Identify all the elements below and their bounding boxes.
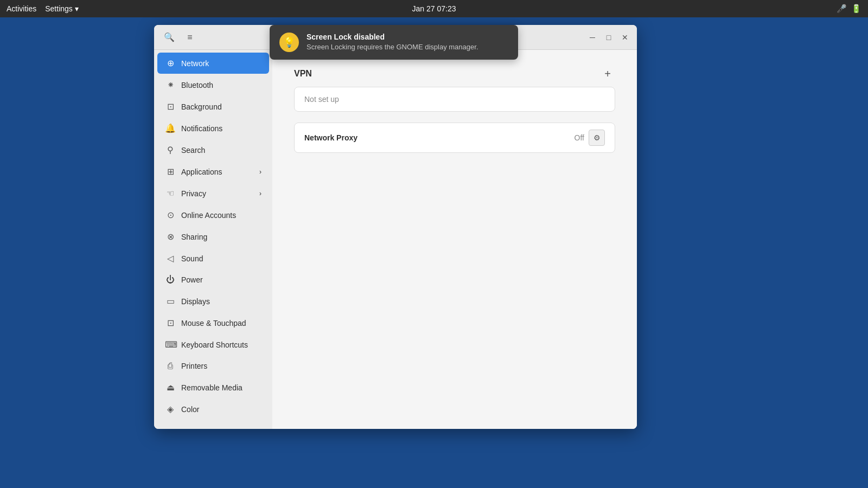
sidebar-label: Printers <box>181 362 207 370</box>
sidebar-item-color[interactable]: ◈Color <box>157 399 269 420</box>
maximize-button[interactable]: □ <box>601 30 616 45</box>
topbar-left: Activities Settings ▾ <box>7 4 79 13</box>
sidebar-item-keyboard-shortcuts[interactable]: ⌨Keyboard Shortcuts <box>157 334 269 355</box>
sidebar-icon-online-accounts: ⊙ <box>165 210 176 220</box>
settings-menu-arrow: ▾ <box>75 4 79 13</box>
sidebar: ⊕Network⁕Bluetooth⊡Background🔔Notificati… <box>154 50 272 429</box>
sidebar-item-sound[interactable]: ◁Sound <box>157 248 269 269</box>
sidebar-label: Keyboard Shortcuts <box>181 341 248 349</box>
sidebar-label: Bluetooth <box>181 81 213 89</box>
vpn-title: VPN <box>294 69 312 79</box>
sidebar-icon-bluetooth: ⁕ <box>165 80 176 90</box>
topbar: Activities Settings ▾ Jan 27 07:23 🎤 🔋 <box>0 0 868 17</box>
notification-body: Screen Locking requires the GNOME displa… <box>307 43 478 51</box>
sidebar-label: Search <box>181 146 205 155</box>
sidebar-icon-color: ◈ <box>165 404 176 414</box>
window-body: ⊕Network⁕Bluetooth⊡Background🔔Notificati… <box>154 50 637 429</box>
sidebar-label: Removable Media <box>181 383 242 392</box>
settings-window: 🔍 ≡ Settings ─ □ ✕ ⊕Network⁕Bluetooth⊡Ba… <box>154 25 637 429</box>
vpn-not-set-up-card: Not set up <box>294 87 615 112</box>
sidebar-icon-background: ⊡ <box>165 101 176 112</box>
sidebar-icon-power: ⏻ <box>165 275 176 285</box>
settings-menu-label: Settings <box>45 4 73 13</box>
sidebar-item-privacy[interactable]: ☜Privacy› <box>157 183 269 204</box>
notification-title: Screen Lock disabled <box>307 33 478 41</box>
sidebar-item-printers[interactable]: ⎙Printers <box>157 356 269 376</box>
notification-banner: 💡 Screen Lock disabled Screen Locking re… <box>270 25 518 60</box>
sidebar-label: Notifications <box>181 124 222 133</box>
main-content: VPN + Not set up Network Proxy Off ⚙ <box>272 50 637 429</box>
proxy-status: Off <box>575 133 584 142</box>
vpn-not-set-up-text: Not set up <box>304 95 339 104</box>
sidebar-icon-sound: ◁ <box>165 253 176 264</box>
sidebar-icon-privacy: ☜ <box>165 188 176 198</box>
sidebar-icon-applications: ⊞ <box>165 166 176 177</box>
sidebar-label: Sound <box>181 254 203 263</box>
sidebar-icon-search: ⚲ <box>165 145 176 155</box>
notification-icon: 💡 <box>279 33 299 52</box>
sidebar-item-displays[interactable]: ▭Displays <box>157 291 269 312</box>
proxy-settings-button[interactable]: ⚙ <box>589 130 605 146</box>
sidebar-icon-removable-media: ⏏ <box>165 382 176 393</box>
menu-button[interactable]: ≡ <box>181 29 199 46</box>
topbar-right: 🎤 🔋 <box>837 4 861 14</box>
sidebar-label: Background <box>181 102 222 111</box>
sidebar-label: Sharing <box>181 233 207 241</box>
chevron-icon: › <box>259 168 261 176</box>
minimize-button[interactable]: ─ <box>585 30 600 45</box>
sidebar-item-power[interactable]: ⏻Power <box>157 269 269 290</box>
proxy-controls: Off ⚙ <box>575 130 605 146</box>
mic-icon: 🎤 <box>837 4 847 14</box>
sidebar-label: Applications <box>181 168 222 176</box>
settings-menu[interactable]: Settings ▾ <box>45 4 79 13</box>
sidebar-label: Displays <box>181 297 210 306</box>
proxy-label: Network Proxy <box>304 133 358 142</box>
sidebar-icon-notifications: 🔔 <box>165 123 176 133</box>
search-button[interactable]: 🔍 <box>161 29 178 46</box>
sidebar-item-search[interactable]: ⚲Search <box>157 139 269 160</box>
notification-text: Screen Lock disabled Screen Locking requ… <box>307 33 478 51</box>
vpn-add-button[interactable]: + <box>600 66 615 81</box>
vpn-section-header: VPN + <box>294 66 615 81</box>
sidebar-icon-mouse---touchpad: ⊡ <box>165 318 176 328</box>
sidebar-icon-printers: ⎙ <box>165 361 176 371</box>
sidebar-label: Power <box>181 275 203 284</box>
notification-icon-symbol: 💡 <box>283 36 295 48</box>
sidebar-item-online-accounts[interactable]: ⊙Online Accounts <box>157 204 269 226</box>
network-proxy-row[interactable]: Network Proxy Off ⚙ <box>294 123 615 153</box>
battery-icon: 🔋 <box>851 4 861 14</box>
chevron-icon: › <box>259 190 261 197</box>
sidebar-item-notifications[interactable]: 🔔Notifications <box>157 118 269 139</box>
sidebar-item-background[interactable]: ⊡Background <box>157 96 269 117</box>
sidebar-item-applications[interactable]: ⊞Applications› <box>157 161 269 182</box>
sidebar-item-bluetooth[interactable]: ⁕Bluetooth <box>157 74 269 95</box>
sidebar-label: Privacy <box>181 189 206 198</box>
sidebar-icon-keyboard-shortcuts: ⌨ <box>165 339 176 350</box>
sidebar-item-sharing[interactable]: ⊗Sharing <box>157 226 269 247</box>
sidebar-item-network[interactable]: ⊕Network <box>157 53 269 74</box>
titlebar-right: ─ □ ✕ <box>585 30 633 45</box>
sidebar-label: Online Accounts <box>181 211 236 220</box>
close-button[interactable]: ✕ <box>617 30 633 45</box>
sidebar-item-mouse---touchpad[interactable]: ⊡Mouse & Touchpad <box>157 312 269 333</box>
sidebar-label: Network <box>181 59 209 68</box>
sidebar-icon-displays: ▭ <box>165 296 176 306</box>
sidebar-item-removable-media[interactable]: ⏏Removable Media <box>157 377 269 398</box>
titlebar-left: 🔍 ≡ <box>161 29 199 46</box>
sidebar-label: Color <box>181 405 199 414</box>
sidebar-icon-sharing: ⊗ <box>165 232 176 242</box>
sidebar-label: Mouse & Touchpad <box>181 319 246 328</box>
sidebar-icon-network: ⊕ <box>165 58 176 68</box>
topbar-datetime: Jan 27 07:23 <box>412 4 456 13</box>
activities-button[interactable]: Activities <box>7 4 36 13</box>
